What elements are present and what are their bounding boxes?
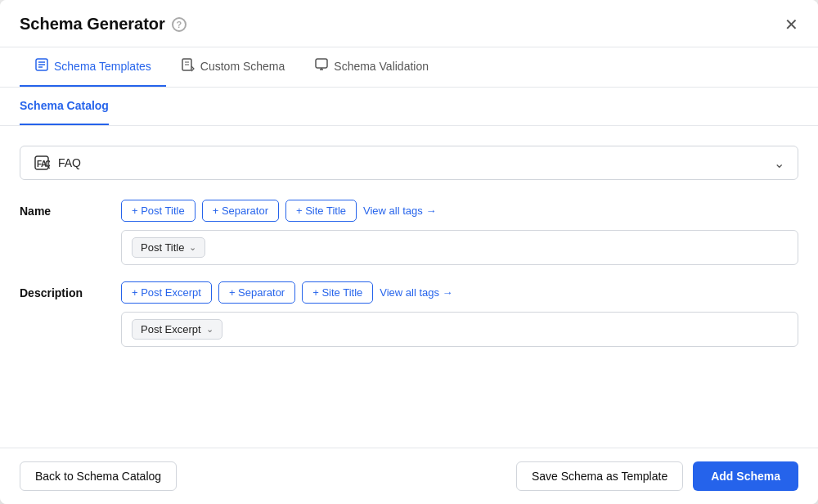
tab-custom-schema-label: Custom Schema	[200, 60, 285, 73]
description-field-right: + Post Excerpt + Separator + Site Title …	[121, 281, 798, 347]
modal-title: Schema Generator	[20, 15, 165, 34]
view-all-tags-link[interactable]: View all tags →	[363, 205, 436, 217]
name-field-row: Name + Post Title + Separator + Site Tit…	[20, 200, 798, 265]
sub-tabs-row: Schema Catalog	[0, 88, 818, 126]
post-title-token-label: Post Title	[141, 241, 184, 254]
site-title-tag-button[interactable]: + Site Title	[285, 200, 357, 222]
add-schema-button[interactable]: Add Schema	[693, 461, 798, 491]
separator-tag-button[interactable]: + Separator	[202, 200, 279, 222]
name-tag-buttons: + Post Title + Separator + Site Title Vi…	[121, 200, 798, 222]
token-chevron-icon: ⌄	[189, 242, 196, 253]
post-excerpt-token[interactable]: Post Excerpt ⌄	[132, 319, 222, 340]
schema-selector-left: F A Q FAQ	[34, 155, 81, 171]
tab-schema-templates-label: Schema Templates	[54, 60, 151, 73]
schema-generator-modal: Schema Generator ? ✕ Schema Templates	[0, 0, 818, 504]
description-tag-buttons: + Post Excerpt + Separator + Site Title …	[121, 281, 798, 304]
name-label: Name	[20, 200, 101, 218]
token-chevron-icon-2: ⌄	[206, 324, 213, 335]
close-button[interactable]: ✕	[784, 16, 798, 46]
main-content: F A Q FAQ ⌄ Name + Post Title + Separato…	[0, 126, 818, 448]
sub-tab-schema-catalog-label: Schema Catalog	[20, 99, 109, 112]
post-excerpt-token-label: Post Excerpt	[141, 323, 201, 335]
svg-rect-7	[316, 59, 327, 68]
modal-header: Schema Generator ? ✕	[0, 0, 818, 47]
tab-schema-validation-label: Schema Validation	[334, 60, 429, 73]
tab-schema-templates[interactable]: Schema Templates	[20, 47, 166, 87]
description-token-field[interactable]: Post Excerpt ⌄	[121, 312, 798, 347]
content-area: Schema Catalog F A Q FAQ	[0, 88, 818, 448]
schema-templates-icon	[34, 57, 49, 75]
footer-right: Save Schema as Template Add Schema	[516, 461, 798, 491]
description-label: Description	[20, 281, 101, 299]
tab-schema-validation[interactable]: Schema Validation	[299, 47, 443, 87]
save-schema-as-template-button[interactable]: Save Schema as Template	[516, 461, 683, 491]
faq-icon: F A Q	[34, 155, 50, 171]
back-to-schema-catalog-button[interactable]: Back to Schema Catalog	[20, 461, 177, 491]
separator-tag-button-2[interactable]: + Separator	[218, 281, 295, 304]
post-title-tag-button[interactable]: + Post Title	[121, 200, 196, 222]
post-title-token[interactable]: Post Title ⌄	[132, 237, 205, 258]
name-token-field[interactable]: Post Title ⌄	[121, 230, 798, 265]
post-excerpt-tag-button[interactable]: + Post Excerpt	[121, 281, 212, 304]
site-title-tag-button-2[interactable]: + Site Title	[302, 281, 373, 304]
schema-validation-icon	[314, 57, 329, 75]
view-all-tags-link-2[interactable]: View all tags →	[380, 286, 452, 299]
schema-selector-value: FAQ	[58, 156, 81, 169]
svg-text:Q: Q	[45, 160, 50, 169]
sub-tab-schema-catalog[interactable]: Schema Catalog	[20, 88, 109, 125]
custom-schema-icon	[181, 57, 196, 75]
name-field-right: + Post Title + Separator + Site Title Vi…	[121, 200, 798, 265]
tab-custom-schema[interactable]: Custom Schema	[166, 47, 299, 87]
schema-selector[interactable]: F A Q FAQ ⌄	[20, 146, 798, 180]
description-field-row: Description + Post Excerpt + Separator +…	[20, 281, 798, 347]
modal-title-row: Schema Generator ?	[20, 15, 187, 47]
tabs-row: Schema Templates Custom Schema	[0, 47, 818, 87]
help-icon[interactable]: ?	[172, 17, 187, 32]
chevron-down-icon: ⌄	[774, 155, 784, 171]
modal-footer: Back to Schema Catalog Save Schema as Te…	[0, 448, 818, 504]
